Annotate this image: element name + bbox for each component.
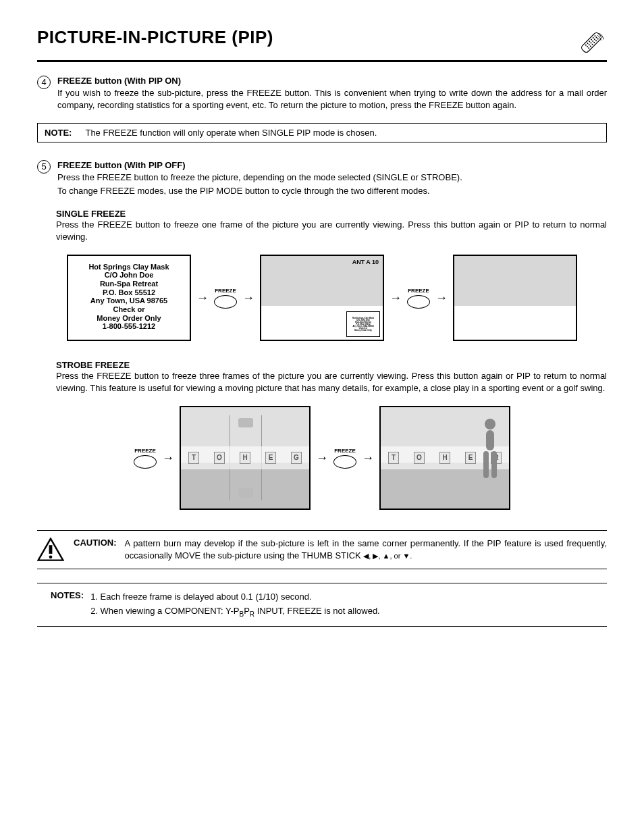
page-header: PICTURE-IN-PICTURE (PIP) <box>37 27 607 62</box>
note-text: The FREEZE function will only operate wh… <box>85 128 377 138</box>
figure-strobe-freeze: FREEZE → T O H E G → FREEZE → T O H E R <box>37 406 607 510</box>
tv-screen-pip: ANT A 10 Hot Springs Clay Mask C/O John … <box>260 255 384 341</box>
svg-point-19 <box>485 419 495 429</box>
arrow-icon: → <box>390 291 402 305</box>
caution-box: CAUTION: A pattern burn may develop if t… <box>37 530 607 569</box>
caution-icon <box>37 538 64 562</box>
arrow-icon: → <box>162 451 174 465</box>
svg-point-8 <box>592 40 594 42</box>
tv-screen-strobe-2: T O H E R <box>379 406 510 510</box>
svg-point-17 <box>587 46 589 48</box>
freeze-button-illustration: FREEZE <box>333 448 356 469</box>
svg-point-10 <box>589 41 591 43</box>
tv-screen-unfrozen <box>453 255 577 341</box>
svg-rect-24 <box>49 546 53 554</box>
arrow-icon: → <box>196 291 209 305</box>
step4-text: If you wish to freeze the sub-picture, p… <box>57 87 607 111</box>
arrow-icon: → <box>242 291 254 305</box>
caution-text: A pattern burn may develop if the sub-pi… <box>125 538 607 561</box>
svg-point-12 <box>591 43 593 45</box>
arrow-icon: → <box>316 451 328 465</box>
strobe-freeze-text: Press the FREEZE button to freeze three … <box>56 370 607 394</box>
step-number-4: 4 <box>37 76 51 89</box>
freeze-button-illustration: FREEZE <box>214 288 237 309</box>
pip-inset: Hot Springs Clay Mask C/O John Doe Run-S… <box>346 311 380 337</box>
svg-point-15 <box>590 45 592 47</box>
svg-point-13 <box>587 43 589 45</box>
single-freeze-heading: SINGLE FREEZE <box>56 209 607 219</box>
svg-point-3 <box>597 38 599 40</box>
page-title: PICTURE-IN-PICTURE (PIP) <box>37 27 273 48</box>
svg-point-1 <box>594 35 596 37</box>
svg-point-7 <box>591 38 593 41</box>
svg-point-25 <box>49 556 53 559</box>
figure-single-freeze: Hot Springs Clay Mask C/O John Doe Run-S… <box>37 255 607 341</box>
step-5: 5 FREEZE button (With PIP OFF) Press the… <box>37 160 607 197</box>
svg-point-6 <box>595 40 597 42</box>
ant-label: ANT A 10 <box>352 259 379 265</box>
svg-point-4 <box>592 37 594 39</box>
svg-point-14 <box>588 44 590 46</box>
strobe-freeze-heading: STROBE FREEZE <box>56 360 607 370</box>
svg-point-9 <box>593 42 595 44</box>
tv-screen-ad: Hot Springs Clay Mask C/O John Doe Run-S… <box>67 255 191 341</box>
svg-rect-21 <box>483 451 489 478</box>
svg-rect-22 <box>491 451 497 478</box>
svg-point-2 <box>595 36 597 38</box>
svg-point-18 <box>588 47 590 49</box>
step5-line2: To change FREEZE modes, use the PIP MODE… <box>57 185 607 197</box>
remote-control-icon <box>576 27 607 60</box>
svg-point-5 <box>593 38 595 41</box>
notes-item-2: 2. When viewing a COMPONENT: Y-PBPR INPU… <box>90 604 380 619</box>
tv-screen-strobe-1: T O H E G <box>180 406 311 510</box>
arrow-icon: → <box>362 451 374 465</box>
step-number-5: 5 <box>37 160 51 174</box>
note-label: NOTE: <box>45 128 72 138</box>
step5-line1: Press the FREEZE button to freeze the pi… <box>57 172 607 184</box>
step-4: 4 FREEZE button (With PIP ON) If you wis… <box>37 76 607 111</box>
notes-label: NOTES: <box>51 590 84 619</box>
note-box-1: NOTE: The FREEZE function will only oper… <box>37 123 607 142</box>
freeze-button-illustration: FREEZE <box>134 448 157 469</box>
notes-item-1: 1. Each freeze frame is delayed about 0.… <box>90 590 380 604</box>
single-freeze-text: Press the FREEZE button to freeze one fr… <box>56 219 607 242</box>
arrow-icon: → <box>435 291 448 305</box>
step5-heading: FREEZE button (With PIP OFF) <box>57 160 607 170</box>
freeze-button-illustration: FREEZE <box>407 288 430 309</box>
svg-point-11 <box>590 42 592 44</box>
svg-rect-20 <box>486 430 494 450</box>
caution-label: CAUTION: <box>74 538 117 561</box>
svg-point-16 <box>585 44 587 46</box>
step4-heading: FREEZE button (With PIP ON) <box>57 76 607 86</box>
notes-box: NOTES: 1. Each freeze frame is delayed a… <box>37 583 607 626</box>
